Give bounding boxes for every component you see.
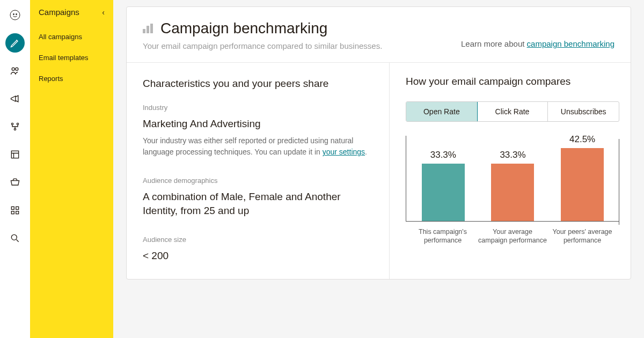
learn-more: Learn more about campaign benchmarking [461,39,614,48]
x-axis-label: Your peers' average performance [547,227,617,245]
sidebar: Campaigns ‹ All campaigns Email template… [30,0,113,338]
bar-chart-icon [143,24,153,33]
svg-point-7 [14,128,16,130]
svg-rect-9 [11,207,14,209]
audience-size-value: < 200 [143,249,373,263]
commerce-icon[interactable] [5,173,25,192]
sidebar-item-reports[interactable]: Reports [30,68,113,89]
tab-open-rate[interactable]: Open Rate [406,101,478,122]
tab-click-rate[interactable]: Click Rate [477,102,548,121]
audience-size-block: Audience size < 200 [143,236,373,263]
svg-point-0 [10,10,20,20]
brand-logo[interactable] [5,5,25,25]
bar-value-label: 42.5% [550,134,614,145]
learn-more-link[interactable]: campaign benchmarking [527,39,614,48]
characteristics-title: Characteristics you and your peers share [143,78,373,90]
settings-link[interactable]: your settings [323,148,365,156]
chart-bar: 33.3% [480,164,545,221]
svg-rect-8 [11,151,18,158]
industry-desc: Your industry was either self reported o… [143,135,373,158]
svg-rect-11 [11,211,14,214]
sidebar-header: Campaigns ‹ [30,8,113,26]
benchmarking-card: Campaign benchmarking Your email campaig… [126,6,631,280]
svg-rect-10 [16,207,19,209]
characteristics-panel: Characteristics you and your peers share… [127,63,390,279]
metric-tabs: Open Rate Click Rate Unsubscribes [406,101,619,122]
svg-point-6 [17,123,18,124]
svg-point-5 [11,123,13,124]
card-header: Campaign benchmarking Your email campaig… [127,7,631,63]
compare-title: How your email campaign compares [406,76,619,87]
demographics-value: A combination of Male, Female and Anothe… [143,190,373,217]
icon-rail [0,0,30,338]
industry-label: Industry [143,104,373,112]
demographics-block: Audience demographics A combination of M… [143,177,373,217]
megaphone-icon[interactable] [5,89,25,108]
sidebar-title: Campaigns [39,8,79,17]
chart-bar: 33.3% [411,164,475,221]
search-icon[interactable] [5,229,25,248]
sidebar-item-all-campaigns[interactable]: All campaigns [30,26,113,47]
main-content: Campaign benchmarking Your email campaig… [113,0,644,338]
svg-rect-12 [16,211,19,214]
chart-bar: 42.5% [550,148,614,221]
automations-icon[interactable] [5,117,25,136]
svg-point-13 [11,234,17,240]
svg-point-2 [16,14,17,15]
industry-value: Marketing And Advertising [143,117,373,131]
tab-unsubscribes[interactable]: Unsubscribes [548,102,619,121]
demographics-label: Audience demographics [143,177,373,185]
chevron-left-icon[interactable]: ‹ [102,8,105,17]
svg-point-1 [13,14,14,15]
svg-point-4 [16,68,18,70]
audience-icon[interactable] [5,61,25,80]
x-axis-label: Your average campaign performance [478,227,547,245]
bar-value-label: 33.3% [411,150,475,160]
sidebar-item-email-templates[interactable]: Email templates [30,47,113,68]
pencil-icon[interactable] [5,33,25,53]
page-subtitle: Your email campaign performance compared… [143,41,382,50]
audience-size-label: Audience size [143,236,373,244]
bar-value-label: 33.3% [480,150,545,160]
svg-point-3 [12,68,14,70]
page-title: Campaign benchmarking [160,20,327,37]
x-axis-label: This campaign's performance [408,227,478,245]
website-icon[interactable] [5,145,25,164]
apps-icon[interactable] [5,201,25,220]
benchmark-chart: 33.3%33.3%42.5% This campaign's performa… [406,136,619,254]
industry-block: Industry Marketing And Advertising Your … [143,104,373,158]
compare-panel: How your email campaign compares Open Ra… [390,63,635,279]
